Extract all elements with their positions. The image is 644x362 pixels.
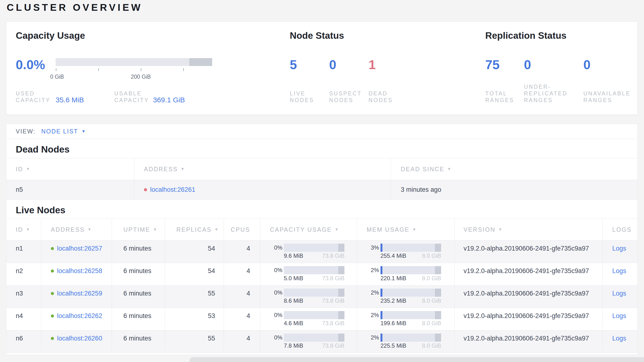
node-replicas: 55	[165, 282, 224, 305]
capacity-usage-heading: Capacity Usage	[16, 30, 85, 41]
node-id: n5	[6, 180, 134, 200]
node-address-link[interactable]: localhost:26262	[57, 312, 102, 320]
mem-usage-cell: 3% 255.4 MiB8.0 GiB	[357, 241, 454, 263]
capacity-total: 73.8 GiB	[322, 320, 344, 327]
node-address-link[interactable]: localhost:26257	[57, 245, 102, 252]
node-address-link[interactable]: localhost:26259	[57, 290, 102, 297]
logs-link[interactable]: Logs	[612, 290, 626, 297]
dead-node-row: n5 localhost:26261 3 minutes ago	[6, 180, 637, 200]
sort-arrow-icon: ▼	[181, 167, 185, 171]
live-nodes-heading: Live Nodes	[6, 205, 637, 216]
node-address-link[interactable]: localhost:26258	[57, 267, 102, 275]
node-uptime: 6 minutes	[112, 237, 165, 260]
capacity-mini-bar	[284, 311, 344, 319]
mem-usage-cell: 2% 225.5 MiB8.0 GiB	[357, 330, 454, 353]
live-node-row: n6 localhost:26260 6 minutes 55 4 0% 7.8…	[6, 330, 637, 353]
mem-percent: 2%	[366, 289, 379, 296]
replication-status-section: Replication Status 75 0 0 TOTAL RANGES U…	[485, 22, 633, 114]
logs-link[interactable]: Logs	[612, 245, 626, 252]
node-id: n6	[6, 327, 41, 349]
capacity-bar	[56, 58, 212, 66]
column-header-id[interactable]: ID▼	[6, 219, 41, 240]
column-header-replicas[interactable]: REPLICAS▼	[165, 219, 224, 240]
live-node-row: n4 localhost:26262 6 minutes 53 4 0% 4.6…	[6, 308, 637, 330]
live-status-dot-icon	[51, 314, 54, 317]
logs-link[interactable]: Logs	[612, 335, 626, 342]
mem-total: 8.0 GiB	[422, 297, 441, 304]
capacity-mini-bar	[284, 333, 344, 342]
capacity-percent: 0.0%	[16, 58, 56, 71]
capacity-total: 73.8 GiB	[322, 342, 344, 349]
mem-total: 8.0 GiB	[422, 253, 441, 259]
capacity-usage-cell: 0% 9.6 MiB73.8 GiB	[260, 241, 357, 263]
column-header-logs[interactable]: LOGS	[602, 219, 637, 240]
logs-cell: Logs	[602, 282, 637, 305]
total-ranges-label: TOTAL RANGES	[485, 90, 524, 104]
live-status-dot-icon	[51, 337, 54, 340]
column-header-address[interactable]: ADDRESS▼	[41, 219, 112, 240]
mem-mini-bar	[380, 266, 441, 274]
logs-link[interactable]: Logs	[612, 267, 626, 275]
node-cpus: 4	[224, 260, 260, 282]
capacity-used: 9.6 MiB	[284, 253, 303, 259]
under-replicated-ranges-label: UNDER-REPLICATED RANGES	[524, 83, 573, 104]
node-uptime: 6 minutes	[112, 260, 165, 282]
sort-arrow-icon: ▼	[153, 227, 158, 232]
capacity-usage-cell: 0% 4.6 MiB73.8 GiB	[260, 308, 357, 330]
chevron-down-icon: ▼	[82, 129, 86, 134]
node-replicas: 54	[165, 260, 224, 282]
column-header-dead-since[interactable]: DEAD SINCE▼	[391, 158, 637, 180]
sort-arrow-icon: ▼	[412, 227, 417, 232]
column-header-id[interactable]: ID▼	[6, 158, 134, 180]
mem-mini-bar	[380, 244, 441, 252]
usable-capacity-value: 369.1 GiB	[153, 96, 190, 104]
capacity-percent: 0%	[269, 312, 282, 318]
logs-cell: Logs	[602, 305, 637, 327]
node-address-link[interactable]: localhost:26261	[150, 186, 195, 194]
live-nodes-label: LIVE NODES	[290, 90, 329, 104]
mem-total: 8.0 GiB	[422, 342, 441, 349]
capacity-usage-cell: 0% 8.6 MiB73.8 GiB	[260, 285, 357, 308]
node-address-link[interactable]: localhost:26260	[57, 335, 102, 342]
node-version: v19.2.0-alpha.20190606-2491-gfe735c9a97	[454, 327, 602, 349]
live-status-dot-icon	[51, 292, 54, 295]
sort-arrow-icon: ▼	[88, 227, 92, 232]
node-cpus: 4	[224, 327, 260, 349]
column-header-uptime[interactable]: UPTIME▼	[112, 219, 165, 240]
capacity-used: 8.6 MiB	[284, 297, 303, 304]
capacity-bar-dark-segment	[189, 58, 212, 66]
capacity-used: 7.8 MiB	[284, 342, 303, 349]
suspect-nodes-label: SUSPECT NODES	[329, 90, 368, 104]
column-header-capacity-usage[interactable]: CAPACITY USAGE▼	[260, 219, 357, 240]
column-header-cpus[interactable]: CPUS	[224, 219, 260, 240]
logs-link[interactable]: Logs	[612, 312, 626, 320]
capacity-usage-section: Capacity Usage 0.0% 0 GiB 200 GiB	[16, 22, 278, 114]
mem-usage-cell: 2% 199.6 MiB8.0 GiB	[357, 308, 454, 330]
column-header-mem-usage[interactable]: MEM USAGE▼	[357, 219, 454, 240]
mem-percent: 2%	[366, 334, 379, 341]
view-selector-dropdown[interactable]: NODE LIST ▼	[41, 128, 86, 135]
capacity-bar-chart: 0 GiB 200 GiB	[56, 58, 212, 80]
axis-tick-label: 200 GiB	[131, 74, 150, 80]
capacity-mini-bar	[284, 266, 344, 274]
dead-since-value: 3 minutes ago	[391, 180, 637, 200]
view-bar: VIEW: NODE LIST ▼	[6, 124, 637, 139]
logs-cell: Logs	[602, 237, 637, 260]
replication-status-heading: Replication Status	[485, 30, 566, 41]
column-header-address[interactable]: ADDRESS▼	[134, 158, 391, 180]
sort-arrow-icon: ▼	[498, 227, 503, 232]
node-uptime: 6 minutes	[112, 305, 165, 327]
node-id: n3	[6, 282, 41, 305]
mem-usage-cell: 2% 235.2 MiB8.0 GiB	[357, 285, 454, 308]
unavailable-ranges-count: 0	[583, 58, 643, 71]
sort-arrow-icon: ▼	[26, 227, 30, 232]
mem-usage-cell: 2% 220.1 MiB8.0 GiB	[357, 263, 454, 285]
bottom-scroll-strip	[190, 357, 644, 362]
mem-total: 8.0 GiB	[422, 275, 441, 282]
column-header-version[interactable]: VERSION▼	[454, 219, 602, 240]
cluster-overview-page: CLUSTER OVERVIEW Capacity Usage 0.0%	[0, 0, 644, 362]
node-cpus: 4	[224, 305, 260, 327]
capacity-axis: 0 GiB 200 GiB	[56, 66, 212, 80]
node-address-cell: localhost:26257	[41, 237, 112, 260]
capacity-total: 73.8 GiB	[322, 253, 344, 259]
